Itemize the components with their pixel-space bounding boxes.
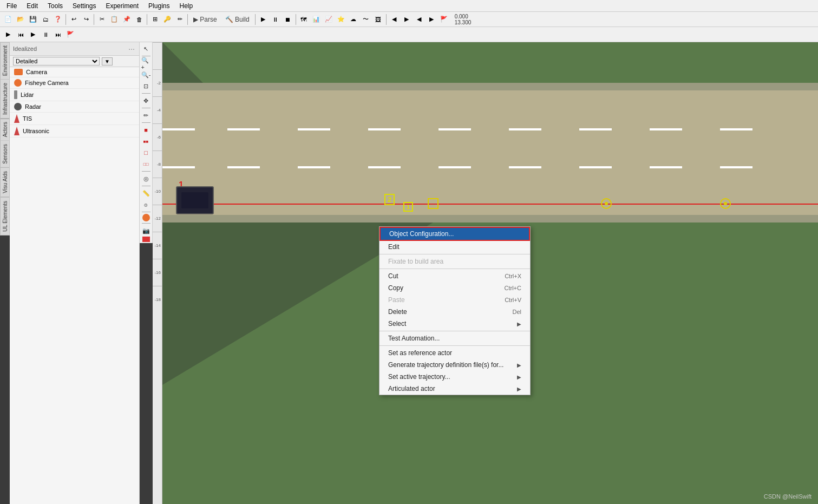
ctx-articulated[interactable]: Articulated actor ▶ (379, 383, 530, 395)
tb-delete[interactable]: 🗑 (133, 14, 145, 25)
car-actor[interactable] (176, 186, 214, 214)
panel-dropdown-btn[interactable]: ▼ (102, 57, 113, 66)
tb-more3[interactable]: ◀ (413, 14, 425, 25)
menu-settings[interactable]: Settings (68, 1, 100, 11)
sep2 (94, 14, 94, 25)
tb2-ff[interactable]: ⏭ (52, 29, 64, 41)
tb-key[interactable]: 🔑 (161, 14, 173, 25)
list-item-radar[interactable]: Radar (10, 101, 139, 113)
menu-tools[interactable]: Tools (43, 1, 67, 11)
tb2-flag[interactable]: 🚩 (64, 29, 76, 41)
tool-measure[interactable]: 📏 (141, 188, 152, 199)
tool-zoom-out[interactable]: 🔍- (141, 69, 152, 80)
tb-run1[interactable]: ▶ (257, 14, 269, 25)
ctx-paste: Paste Ctrl+V (379, 294, 530, 306)
panel-options[interactable]: ··· (127, 43, 136, 54)
tb2-play2[interactable]: ▶ (27, 29, 39, 41)
viewport[interactable]: 1 2 1 Object Configuration... Edit Fixat… (162, 42, 818, 504)
tool-cursor[interactable]: ↖ (141, 43, 152, 54)
menu-experiment[interactable]: Experiment (101, 1, 143, 11)
left-panel: Idealized ··· Detailed Idealized ▼ Camer… (10, 42, 140, 504)
list-item-tis-label: TIS (23, 115, 32, 122)
tool-sep2 (142, 93, 150, 94)
tb-run2[interactable]: ⏸ (270, 14, 282, 25)
tb-save[interactable]: 💾 (27, 14, 39, 25)
tb2-pause[interactable]: ⏸ (40, 29, 51, 41)
tb-save2[interactable]: 🗂 (40, 14, 51, 25)
tool-redbox[interactable] (142, 237, 150, 242)
tb-flag[interactable]: 🚩 (438, 14, 450, 25)
menu-file[interactable]: File (2, 1, 21, 11)
tb-parse[interactable]: ▶ Parse (189, 14, 221, 25)
tb2-play[interactable]: ▶ (2, 29, 14, 41)
ctx-set-active[interactable]: Set active trajectory... ▶ (379, 371, 530, 383)
ctx-test-automation[interactable]: Test Automation... (379, 332, 530, 344)
tool-red-sq1[interactable]: ■ (141, 125, 152, 135)
ctx-set-ref[interactable]: Set as reference actor (379, 347, 530, 359)
tool-zoom-fit[interactable]: ⊡ (141, 81, 152, 91)
sep6 (296, 14, 296, 25)
tb-star[interactable]: ⭐ (335, 14, 347, 25)
list-item-ultrasonic[interactable]: Ultrasonic (10, 125, 139, 138)
ctx-cut[interactable]: Cut Ctrl+X (379, 270, 530, 282)
tb-run3[interactable]: ⏹ (282, 14, 294, 25)
tb2-rew[interactable]: ⏮ (15, 29, 27, 41)
menu-edit[interactable]: Edit (22, 1, 42, 11)
tb-more4[interactable]: ▶ (426, 14, 437, 25)
coord-top: 0.000 (455, 14, 472, 19)
tb-cut[interactable]: ✂ (96, 14, 108, 25)
tb-chart[interactable]: 📈 (323, 14, 335, 25)
tb-pencil[interactable]: ✏ (174, 14, 186, 25)
list-item-fisheye[interactable]: Fisheye Camera (10, 77, 139, 89)
tool-color1[interactable] (142, 214, 150, 221)
tb-more1[interactable]: ◀ (388, 14, 400, 25)
tis-icon (14, 114, 19, 123)
tb-wave[interactable]: 〜 (360, 14, 372, 25)
tb-graph[interactable]: 📊 (310, 14, 322, 25)
tb-new[interactable]: 📄 (2, 14, 14, 25)
side-tab-infrastructure[interactable]: Infrastructure (0, 80, 10, 119)
list-item-tis[interactable]: TIS (10, 113, 139, 125)
ctx-sep2 (379, 269, 530, 269)
toolbar1: 📄 📂 💾 🗂 ❓ ↩ ↪ ✂ 📋 📌 🗑 ⊞ 🔑 ✏ ▶ Parse 🔨 Bu… (0, 12, 818, 27)
ctx-cut-shortcut: Ctrl+X (505, 273, 521, 279)
menu-plugins[interactable]: Plugins (144, 1, 174, 11)
tb-map[interactable]: 🗺 (298, 14, 310, 25)
tb-open[interactable]: 📂 (15, 14, 27, 25)
tool-camera2[interactable]: 📷 (141, 225, 152, 236)
tb-redo[interactable]: ↪ (80, 14, 92, 25)
ctx-copy[interactable]: Copy Ctrl+C (379, 282, 530, 294)
ctx-select[interactable]: Select ▶ (379, 318, 530, 330)
side-tab-ul[interactable]: UL Elements (0, 197, 10, 235)
tool-red-sq4[interactable]: □□ (141, 159, 152, 169)
tb-grid[interactable]: ⊞ (149, 14, 161, 25)
ctx-gen-traj[interactable]: Generate trajectory definition file(s) f… (379, 359, 530, 371)
tb-copy[interactable]: 📋 (108, 14, 120, 25)
menu-help[interactable]: Help (175, 1, 197, 11)
list-item-camera[interactable]: Camera (10, 67, 139, 77)
tb-paste[interactable]: 📌 (121, 14, 133, 25)
side-tab-sensors[interactable]: Sensors (0, 141, 10, 168)
tool-pen[interactable]: ✏ (141, 110, 152, 121)
tb-img[interactable]: 🖼 (372, 14, 384, 25)
tool-red-sq3[interactable]: □ (141, 147, 152, 158)
ctx-delete[interactable]: Delete Del (379, 306, 530, 318)
tool-pan[interactable]: ✥ (141, 95, 152, 106)
ctx-edit[interactable]: Edit (379, 241, 530, 253)
tb-more2[interactable]: ▶ (401, 14, 413, 25)
tool-zoom-in[interactable]: 🔍+ (141, 58, 152, 69)
tb-undo[interactable]: ↩ (68, 14, 80, 25)
list-item-lidar[interactable]: Lidar (10, 89, 139, 101)
side-tab-environment[interactable]: Environment (0, 42, 10, 80)
side-tab-actors[interactable]: Actors (0, 119, 10, 141)
side-tab-visuaids[interactable]: Visu Aids (0, 168, 10, 197)
tool-circle[interactable]: ◎ (141, 173, 152, 184)
ruler-0 (153, 42, 162, 69)
tb-build[interactable]: 🔨 Build (221, 14, 253, 25)
tool-lasso[interactable]: ⌾ (141, 199, 152, 210)
tb-cloud[interactable]: ☁ (348, 14, 359, 25)
tb-help[interactable]: ❓ (52, 14, 64, 25)
tool-red-sq2[interactable]: ■■ (141, 136, 152, 147)
panel-detail-dropdown[interactable]: Detailed Idealized (13, 57, 100, 66)
ctx-object-configuration[interactable]: Object Configuration... (381, 228, 529, 240)
